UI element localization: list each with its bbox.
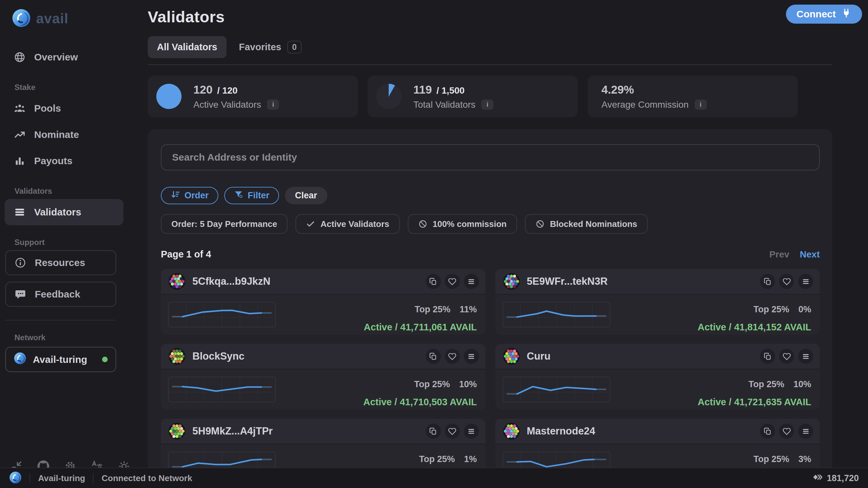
statusbar-network: Avail-turing bbox=[38, 473, 85, 483]
filter-chip[interactable]: Order: 5 Day Performance bbox=[161, 214, 287, 234]
validator-actions bbox=[760, 349, 813, 364]
card-menu-button[interactable] bbox=[464, 274, 479, 289]
copy-address-button[interactable] bbox=[760, 274, 775, 289]
validator-card-header: 5E9WFr...tekN3R bbox=[495, 269, 820, 295]
card-menu-button[interactable] bbox=[798, 274, 813, 289]
prev-page-link[interactable]: Prev bbox=[770, 249, 789, 260]
search-input[interactable] bbox=[161, 144, 820, 171]
sidebar-item-validators[interactable]: Validators bbox=[5, 199, 123, 225]
tabs: All ValidatorsFavorites0 bbox=[148, 35, 832, 59]
connect-wallet-button[interactable]: Connect bbox=[786, 5, 862, 24]
info-icon[interactable]: i bbox=[695, 99, 707, 110]
main-content: Connect Validators All ValidatorsFavorit… bbox=[128, 0, 868, 488]
clear-label: Clear bbox=[295, 190, 317, 201]
favorite-button[interactable] bbox=[779, 424, 794, 439]
copy-address-button[interactable] bbox=[760, 424, 775, 439]
stat-card: 120/ 120Active Validatorsi bbox=[148, 75, 358, 117]
favorite-button[interactable] bbox=[779, 349, 794, 364]
validator-identicon bbox=[168, 347, 186, 365]
sidebar-section-label: Support bbox=[14, 238, 123, 247]
network-selector[interactable]: Avail-turing bbox=[5, 347, 116, 372]
stat-text: 119/ 1,500Total Validatorsi bbox=[413, 83, 493, 110]
stat-value-total: / 120 bbox=[217, 85, 237, 96]
menu-icon bbox=[467, 427, 475, 435]
validator-rank: Top 25%1% bbox=[363, 454, 477, 464]
filter-chip[interactable]: 100% commission bbox=[408, 214, 517, 234]
tab-all-validators[interactable]: All Validators bbox=[148, 36, 226, 58]
globe-icon bbox=[14, 51, 26, 63]
sidebar-item-pools[interactable]: Pools bbox=[5, 95, 123, 122]
next-page-link[interactable]: Next bbox=[800, 249, 820, 260]
validators-panel: Order Filter Clear Order: 5 Day Performa… bbox=[148, 129, 832, 488]
stat-label: Active Validatorsi bbox=[193, 99, 279, 110]
filter-chip[interactable]: Blocked Nominations bbox=[525, 214, 648, 234]
avail-logo-icon bbox=[9, 479, 22, 485]
card-menu-button[interactable] bbox=[464, 349, 479, 364]
filter-button[interactable]: Filter bbox=[224, 187, 279, 204]
validator-card: 5Cfkqa...b9JkzNTop 25%11%Active / 41,711… bbox=[161, 269, 486, 335]
favorite-button[interactable] bbox=[445, 424, 460, 439]
pagination: Page 1 of 4 Prev Next bbox=[161, 249, 820, 260]
tab-favorites[interactable]: Favorites0 bbox=[230, 35, 311, 59]
info-icon[interactable]: i bbox=[267, 99, 279, 110]
info-icon[interactable]: i bbox=[481, 99, 493, 110]
favorite-button[interactable] bbox=[779, 274, 794, 289]
validator-name: 5Cfkqa...b9JkzN bbox=[192, 276, 271, 287]
validator-name: 5E9WFr...tekN3R bbox=[527, 276, 608, 287]
favorite-button[interactable] bbox=[445, 349, 460, 364]
card-menu-button[interactable] bbox=[798, 424, 813, 439]
sidebar-item-resources[interactable]: Resources bbox=[5, 250, 116, 275]
rank-label: Top 25% bbox=[753, 454, 789, 464]
copy-address-button[interactable] bbox=[426, 349, 441, 364]
validator-identicon bbox=[503, 347, 520, 365]
avail-logo-icon bbox=[12, 8, 31, 29]
validator-name: BlockSync bbox=[192, 350, 245, 362]
copy-address-button[interactable] bbox=[426, 274, 441, 289]
bar-chart-icon bbox=[14, 155, 26, 167]
validator-identicon bbox=[503, 273, 520, 290]
filter-label: Filter bbox=[248, 190, 270, 201]
chip-label: Blocked Nominations bbox=[550, 219, 637, 229]
card-menu-button[interactable] bbox=[798, 349, 813, 364]
order-button[interactable]: Order bbox=[161, 187, 218, 204]
sidebar-item-label: Payouts bbox=[34, 155, 72, 166]
copy-address-button[interactable] bbox=[760, 349, 775, 364]
validator-actions bbox=[426, 424, 479, 439]
favorite-button[interactable] bbox=[445, 274, 460, 289]
validator-metrics: Top 25%0%Active / 41,814,152 AVAIL bbox=[698, 302, 811, 333]
validator-rank: Top 25%10% bbox=[363, 379, 477, 390]
performance-percent: 1% bbox=[464, 454, 477, 464]
sidebar-item-payouts[interactable]: Payouts bbox=[5, 148, 123, 174]
sidebar-item-feedback[interactable]: Feedback bbox=[5, 282, 116, 307]
validator-card-body: Top 25%10%Active / 41,721,635 AVAIL bbox=[495, 369, 820, 407]
sidebar-item-overview[interactable]: Overview bbox=[5, 44, 123, 70]
copy-icon bbox=[429, 353, 437, 361]
chat-icon bbox=[14, 288, 26, 300]
plug-icon bbox=[841, 8, 851, 21]
rank-label: Top 25% bbox=[415, 304, 451, 314]
performance-percent: 3% bbox=[798, 454, 811, 464]
filter-chip[interactable]: Active Validators bbox=[296, 214, 400, 234]
card-menu-button[interactable] bbox=[464, 424, 479, 439]
slash-icon bbox=[418, 219, 428, 228]
sidebar-section-label: Validators bbox=[14, 186, 123, 196]
clear-button[interactable]: Clear bbox=[285, 187, 328, 204]
copy-icon bbox=[429, 277, 437, 286]
sparkline-wrap bbox=[503, 377, 610, 407]
list-icon bbox=[14, 206, 26, 218]
heart-icon bbox=[448, 353, 456, 361]
sidebar-section-label: Stake bbox=[14, 83, 123, 92]
sidebar-item-label: Validators bbox=[34, 207, 81, 218]
sidebar-nav: OverviewStakePoolsNominatePayoutsValidat… bbox=[5, 44, 123, 313]
copy-address-button[interactable] bbox=[426, 424, 441, 439]
sidebar-item-nominate[interactable]: Nominate bbox=[5, 122, 123, 148]
menu-icon bbox=[802, 427, 810, 435]
network-name: Avail-turing bbox=[33, 354, 87, 365]
sidebar-item-label: Feedback bbox=[35, 289, 80, 300]
sparkline-wrap bbox=[168, 377, 276, 407]
sidebar-item-label: Nominate bbox=[34, 129, 79, 140]
stat-label-text: Average Commission bbox=[601, 99, 689, 110]
validator-rank: Top 25%10% bbox=[698, 379, 811, 390]
validator-card-header: 5H9MkZ...A4jTPr bbox=[161, 419, 486, 444]
statusbar-separator bbox=[30, 473, 30, 483]
